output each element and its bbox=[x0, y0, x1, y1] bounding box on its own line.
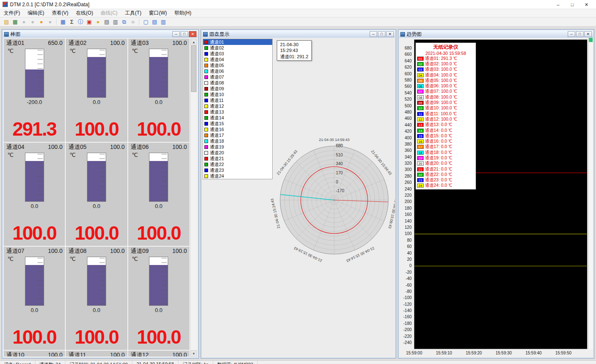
bar-gauge-cell: 通道05 100.0 ℃ 0.0 100.0 bbox=[66, 143, 127, 246]
menu-item[interactable]: 帮助(H) bbox=[171, 9, 195, 17]
close-button[interactable]: ✕ bbox=[579, 0, 594, 9]
channel-list-item[interactable]: 通道06 bbox=[203, 68, 272, 74]
trend-window-titlebar[interactable]: 趋势图 – □ ✕ bbox=[399, 30, 593, 38]
trend-minimize-button[interactable]: – bbox=[568, 31, 575, 37]
menu-item[interactable]: 曲线(C) bbox=[97, 9, 122, 17]
alarm-icon[interactable]: ▣ bbox=[85, 18, 94, 26]
y-axis-tick: -100 bbox=[403, 295, 412, 300]
channel-color-swatch bbox=[204, 69, 208, 73]
menu-item[interactable]: 编辑(E) bbox=[24, 9, 48, 17]
bar-close-button[interactable]: ✕ bbox=[189, 31, 196, 37]
print-preview-icon[interactable]: ▥ bbox=[111, 18, 120, 26]
y-axis-tick: 140 bbox=[405, 218, 412, 223]
gauge-ticks bbox=[161, 258, 167, 305]
channel-list-label: 通道01 bbox=[210, 39, 224, 45]
record-icon[interactable]: ● bbox=[20, 18, 28, 26]
statistics-icon[interactable]: Σ bbox=[67, 18, 76, 26]
channel-label: 通道02 bbox=[68, 40, 87, 47]
trend-maximize-button[interactable]: □ bbox=[576, 31, 584, 37]
save-data-icon[interactable]: ▦ bbox=[11, 18, 20, 26]
legend-row: 16 通道16: 0.0 ℃ bbox=[416, 139, 476, 144]
trend-close-button[interactable]: ✕ bbox=[584, 31, 592, 37]
channel-list-label: 通道10 bbox=[210, 92, 224, 98]
offline-icon[interactable]: ● bbox=[46, 18, 55, 26]
channel-list-item[interactable]: 通道02 bbox=[203, 45, 272, 51]
channel-list-item[interactable]: 通道09 bbox=[203, 86, 272, 92]
separator[interactable] bbox=[139, 19, 140, 25]
channel-value: 100.0 bbox=[66, 118, 127, 140]
channel-list-item[interactable]: 通道11 bbox=[203, 97, 272, 103]
status-segment: 记录间隔: 1s bbox=[179, 361, 213, 364]
event-icon[interactable]: ● bbox=[94, 18, 102, 26]
channel-list-item[interactable]: 通道08 bbox=[203, 80, 272, 86]
legend-channel-value: 通道09: 100.0 ℃ bbox=[425, 100, 457, 106]
dial-close-button[interactable]: ✕ bbox=[386, 31, 394, 37]
info-icon[interactable]: ⓘ bbox=[76, 18, 85, 26]
dial-maximize-button[interactable]: □ bbox=[378, 31, 385, 37]
status-segment: 记录时间: 21-04-30 14:51:00 bbox=[65, 361, 132, 364]
print-icon[interactable]: ▤ bbox=[102, 18, 111, 26]
channel-list-item[interactable]: 通道07 bbox=[203, 74, 272, 80]
copy-icon[interactable]: ⧉ bbox=[120, 18, 129, 26]
y-axis-tick: 520 bbox=[405, 97, 412, 102]
open-folder-icon[interactable]: ▨ bbox=[2, 18, 11, 26]
menu-item[interactable]: 查看(V) bbox=[48, 9, 72, 17]
channel-list-label: 通道11 bbox=[210, 97, 224, 104]
scroll-thumb[interactable] bbox=[191, 45, 196, 92]
channel-color-swatch bbox=[204, 134, 208, 137]
channel-label: 通道01 bbox=[6, 40, 25, 47]
svg-text:21-04-30 15:09:43: 21-04-30 15:09:43 bbox=[387, 198, 395, 229]
gauge-min-label: 0.0 bbox=[128, 203, 189, 209]
channel-list-item[interactable]: 通道01 bbox=[203, 39, 272, 45]
menu-item[interactable]: 文件(F) bbox=[0, 9, 24, 17]
legend-row: 23 通道23: 0.0 ℃ bbox=[416, 178, 476, 183]
maximize-button[interactable]: □ bbox=[565, 0, 579, 9]
tile-vertical-icon[interactable]: ▥ bbox=[159, 18, 168, 26]
trend-scroll-thumb[interactable] bbox=[589, 38, 593, 42]
bar-window-title: 棒图 bbox=[10, 31, 20, 38]
separator[interactable] bbox=[56, 19, 57, 25]
online-icon[interactable]: ● bbox=[37, 18, 46, 26]
minimize-button[interactable]: – bbox=[551, 0, 565, 9]
menu-item[interactable]: 窗口(W) bbox=[145, 9, 171, 17]
gauge-ticks bbox=[37, 258, 43, 305]
dial-window-titlebar[interactable]: 圆盘显示 – □ ✕ bbox=[202, 30, 395, 38]
cascade-windows-icon[interactable]: ▢ bbox=[142, 18, 150, 26]
data-table-icon[interactable]: ▦ bbox=[59, 18, 67, 26]
channel-list-item[interactable]: 通道10 bbox=[203, 92, 272, 97]
gauge-ticks bbox=[99, 258, 105, 305]
svg-text:510: 510 bbox=[336, 153, 343, 157]
trend-scrollbar[interactable] bbox=[588, 38, 593, 349]
channel-list-item[interactable]: 通道05 bbox=[203, 62, 272, 68]
bar-gauge bbox=[87, 257, 106, 306]
menu-item[interactable]: 工具(T) bbox=[121, 9, 145, 17]
y-axis-tick: 160 bbox=[405, 212, 412, 217]
gauge-max-label: 100.0 bbox=[110, 144, 125, 151]
channel-value: 100.0 bbox=[128, 222, 189, 244]
zoom-icon[interactable]: ○ bbox=[129, 18, 137, 26]
scroll-up-button[interactable]: ▲ bbox=[191, 39, 197, 45]
channel-color-swatch bbox=[204, 116, 208, 120]
gauge-min-label: 0.0 bbox=[4, 307, 65, 313]
channel-list-item[interactable]: 通道12 bbox=[203, 103, 272, 109]
window-title: DTM 2.0.1 [C:\DTM 2.0.2\RealData] bbox=[10, 2, 89, 7]
legend-channel-value: 通道14: 0.0 ℃ bbox=[425, 128, 452, 134]
svg-text:21-04-30 15:24:43: 21-04-30 15:24:43 bbox=[270, 198, 281, 229]
channel-list-item[interactable]: 通道03 bbox=[203, 51, 272, 57]
svg-text:0: 0 bbox=[336, 180, 338, 184]
y-axis-tick: 180 bbox=[405, 206, 412, 210]
stop-icon[interactable]: ● bbox=[28, 18, 37, 26]
channel-list-item[interactable]: 通道13 bbox=[203, 109, 272, 115]
bar-window-titlebar[interactable]: 棒图 – □ ✕ bbox=[3, 30, 198, 38]
dial-minimize-button[interactable]: – bbox=[370, 31, 377, 37]
legend-channel-swatch: 08 bbox=[417, 95, 424, 99]
gauge-max-label: 100.0 bbox=[110, 40, 125, 47]
channel-list-label: 通道07 bbox=[210, 74, 224, 80]
bar-maximize-button[interactable]: □ bbox=[181, 31, 188, 37]
menu-item[interactable]: 在线(O) bbox=[72, 9, 97, 17]
bar-window-scrollbar[interactable]: ▲ ▼ bbox=[190, 39, 197, 357]
channel-list-item[interactable]: 通道04 bbox=[203, 57, 272, 62]
scroll-down-button[interactable]: ▼ bbox=[191, 350, 197, 357]
bar-minimize-button[interactable]: – bbox=[172, 31, 180, 37]
tile-horizontal-icon[interactable]: ▤ bbox=[150, 18, 159, 26]
